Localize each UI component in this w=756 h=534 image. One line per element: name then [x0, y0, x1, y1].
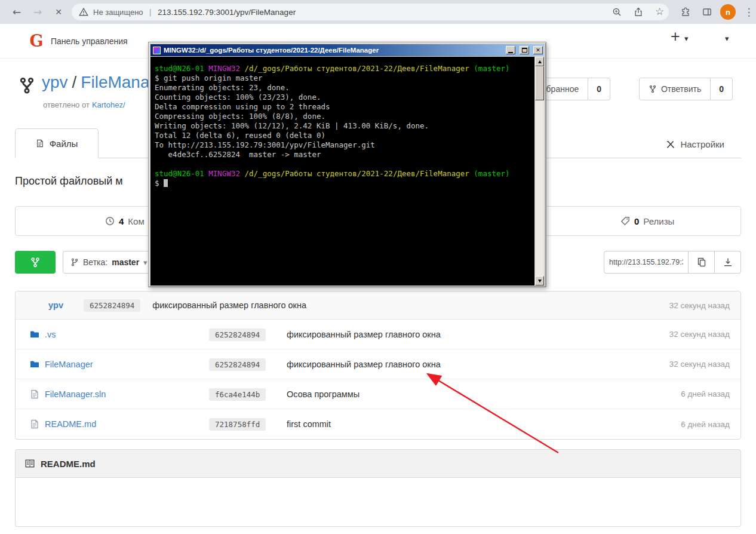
readme-content	[15, 478, 741, 527]
download-icon	[723, 257, 733, 267]
file-list: .vs 6252824894 фиксированный размер глав…	[16, 320, 740, 439]
commit-message: фиксированный размер главного окна	[152, 300, 306, 310]
commit-time: 6 дней назад	[622, 389, 730, 398]
zoom-icon[interactable]	[612, 7, 622, 17]
browser-back-button[interactable]	[10, 5, 24, 19]
file-name-link[interactable]: FileManager.sln	[45, 389, 106, 399]
gogs-logo[interactable]: G	[27, 32, 45, 50]
commits-history-icon	[105, 216, 115, 226]
readme-section: README.md	[15, 449, 741, 527]
branch-caret-icon	[143, 257, 147, 267]
commit-sha-badge[interactable]: 6252824894	[209, 358, 266, 371]
settings-label: Настройки	[680, 139, 724, 149]
readme-header: README.md	[15, 449, 741, 478]
scroll-track[interactable]	[535, 100, 544, 276]
readme-title: README.md	[41, 459, 96, 469]
commits-count: 4	[119, 216, 124, 226]
omnibox-divider: |	[149, 8, 152, 17]
commit-message: фиксированный размер главного окна	[287, 360, 622, 369]
file-row: README.md 7218758ffd first commit 6 дней…	[16, 409, 740, 439]
file-name-link[interactable]: FileManager	[45, 360, 93, 369]
file-row: FileManager.sln f6ca4e144b Осова програм…	[16, 379, 740, 409]
commits-stat[interactable]: 4 Ком	[105, 207, 145, 235]
commit-author-link[interactable]: ypv	[48, 300, 63, 310]
user-menu-caret-icon[interactable]	[725, 32, 729, 44]
file-table: ypv 6252824894 фиксированный размер глав…	[15, 291, 741, 440]
commit-sha-badge[interactable]: f6ca4e144b	[209, 388, 266, 401]
copy-icon	[697, 257, 706, 267]
terminal-output[interactable]: stud@N26-01 MINGW32 /d/_gogs/Работы студ…	[150, 57, 534, 286]
browser-stop-button[interactable]	[51, 5, 66, 19]
terminal-minimize-button[interactable]	[506, 46, 515, 54]
terminal-app-icon	[153, 47, 161, 54]
browser-menu-icon[interactable]	[742, 5, 756, 19]
repo-owner-link[interactable]: ypv	[42, 73, 68, 91]
sync-fork-icon	[30, 257, 41, 268]
releases-label: Релизы	[643, 216, 674, 226]
branch-name: master	[112, 257, 139, 267]
repo-fork-icon	[18, 76, 36, 94]
scroll-up-button[interactable]	[535, 57, 544, 66]
create-new-button[interactable]	[670, 29, 681, 44]
terminal-title: MINGW32:/d/_gogs/Работы студентов/2021-2…	[164, 47, 502, 54]
settings-link[interactable]: Настройки	[666, 139, 724, 149]
clone-url-input[interactable]	[604, 251, 689, 274]
terminal-close-button[interactable]	[533, 46, 543, 54]
fork-button-group: Ответвить 0	[639, 78, 733, 100]
scroll-thumb[interactable]	[535, 66, 544, 100]
commit-time: 32 секунд назад	[622, 330, 730, 339]
files-tab-icon	[36, 139, 44, 148]
copy-url-button[interactable]	[689, 251, 715, 274]
file-row: .vs 6252824894 фиксированный размер глав…	[16, 320, 740, 349]
releases-count: 0	[634, 216, 639, 226]
latest-commit-row: ypv 6252824894 фиксированный размер глав…	[16, 291, 740, 320]
sync-fork-button[interactable]	[15, 251, 56, 274]
commit-message: first commit	[287, 419, 622, 429]
terminal-maximize-button[interactable]	[520, 46, 529, 54]
terminal-scrollbar[interactable]	[534, 57, 544, 286]
forked-from-label: ответлено от	[43, 100, 90, 109]
readme-book-icon	[25, 459, 35, 468]
commit-sha-badge[interactable]: 6252824894	[84, 299, 140, 312]
profile-avatar[interactable]: n	[720, 4, 736, 20]
forked-from-link[interactable]: Kartohez/	[92, 100, 125, 109]
download-button[interactable]	[715, 251, 741, 274]
folder-icon	[30, 330, 39, 339]
nav-dashboard-link[interactable]: Панель управления	[51, 36, 128, 46]
side-panel-icon[interactable]	[702, 7, 712, 17]
commit-sha-badge[interactable]: 6252824894	[209, 329, 266, 341]
tab-files[interactable]: Файлы	[15, 128, 99, 158]
screen: { "browser": { "security_text": "Не защи…	[0, 0, 756, 534]
commit-time: 32 секунд назад	[669, 301, 730, 310]
warning-icon	[79, 7, 88, 17]
fork-button[interactable]: Ответвить	[639, 78, 711, 100]
repo-description: Простой файловый м	[15, 175, 123, 188]
terminal-titlebar[interactable]: MINGW32:/d/_gogs/Работы студентов/2021-2…	[150, 44, 544, 56]
commit-sha-badge[interactable]: 7218758ffd	[209, 418, 266, 431]
commits-label: Ком	[128, 216, 144, 226]
url-text: 213.155.192.79:3001/ypv/FileManager	[158, 8, 296, 17]
omnibox[interactable]: Не защищено | 213.155.192.79:3001/ypv/Fi…	[72, 4, 669, 20]
repo-title-separator: /	[72, 73, 77, 91]
scroll-down-button[interactable]	[535, 276, 544, 286]
file-name-link[interactable]: README.md	[45, 419, 96, 429]
commit-time: 6 дней назад	[622, 420, 730, 429]
bookmark-star-icon[interactable]	[655, 5, 664, 17]
file-icon	[30, 389, 39, 399]
create-new-caret-icon[interactable]	[684, 32, 689, 44]
commit-time: 32 секунд назад	[622, 360, 730, 369]
clone-url-group	[604, 251, 741, 274]
security-label: Не защищено	[93, 8, 143, 17]
share-icon[interactable]	[634, 7, 643, 17]
fork-icon	[649, 85, 657, 93]
releases-stat[interactable]: 0 Релизы	[620, 207, 674, 235]
browser-forward-button[interactable]	[30, 5, 45, 19]
forked-from: ответлено отKartohez/	[43, 100, 125, 109]
file-name-link[interactable]: .vs	[45, 330, 56, 339]
extensions-icon[interactable]	[681, 7, 690, 17]
files-tab-label: Файлы	[50, 139, 78, 149]
terminal-window: MINGW32:/d/_gogs/Работы студентов/2021-2…	[148, 42, 546, 287]
fork-count[interactable]: 0	[711, 78, 733, 100]
branch-icon	[70, 258, 79, 266]
star-count[interactable]: 0	[588, 78, 610, 100]
